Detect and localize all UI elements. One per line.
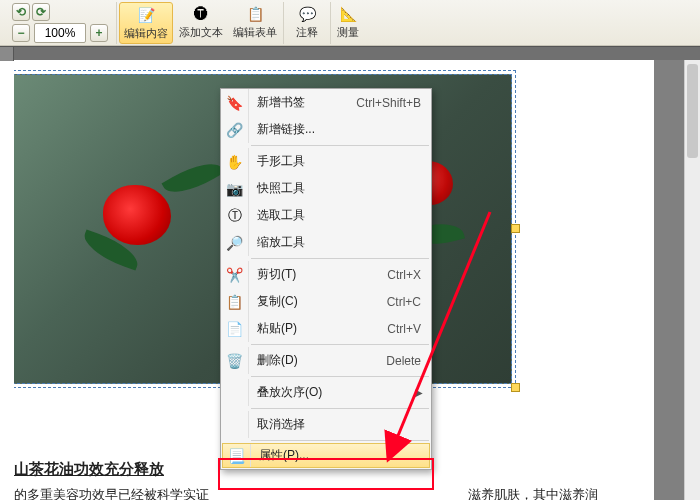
tab-end[interactable] (0, 47, 14, 61)
menu-item[interactable]: 🗑️删除(D)Delete (221, 347, 431, 374)
edit-content-icon: 📝 (136, 5, 156, 25)
resize-handle-se[interactable] (511, 383, 520, 392)
menu-item-label: 叠放次序(O) (249, 384, 415, 401)
next-page-button[interactable]: ⟳ (32, 3, 50, 21)
menu-item[interactable]: ✂️剪切(T)Ctrl+X (221, 261, 431, 288)
hand-icon: ✋ (221, 148, 249, 175)
menu-item[interactable]: 取消选择 (221, 411, 431, 438)
menu-item[interactable]: 🔎缩放工具 (221, 229, 431, 256)
vertical-scrollbar[interactable] (684, 60, 700, 500)
menu-separator (251, 344, 429, 345)
cut-icon: ✂️ (221, 261, 249, 288)
menu-item[interactable]: 📃属性(P)... (222, 443, 430, 468)
menu-item-label: 新增书签 (249, 94, 356, 111)
menu-item-label: 快照工具 (249, 180, 431, 197)
menu-item[interactable]: 🔖新增书签Ctrl+Shift+B (221, 89, 431, 116)
menu-separator (251, 440, 429, 441)
menu-item-label: 缩放工具 (249, 234, 431, 251)
menu-item[interactable]: 📄粘贴(P)Ctrl+V (221, 315, 431, 342)
menu-separator (251, 376, 429, 377)
props-icon: 📃 (223, 444, 251, 467)
flower-shape (103, 185, 171, 245)
doc-body-text: 的多重美容功效早已经被科学实证 (14, 486, 209, 500)
menu-item-label: 选取工具 (249, 207, 431, 224)
menu-separator (251, 258, 429, 259)
zoom-icon: 🔎 (221, 229, 249, 256)
camera-icon: 📷 (221, 175, 249, 202)
menu-shortcut: Ctrl+Shift+B (356, 96, 431, 110)
menu-shortcut: Ctrl+V (387, 322, 431, 336)
submenu-arrow-icon: ▶ (415, 387, 431, 398)
menu-shortcut: Ctrl+C (387, 295, 431, 309)
menu-item-label: 属性(P)... (251, 447, 429, 464)
blank-icon (221, 379, 249, 406)
link-icon: 🔗 (221, 116, 249, 143)
menu-item-label: 剪切(T) (249, 266, 387, 283)
menu-item-label: 新增链接... (249, 121, 431, 138)
menu-item-label: 复制(C) (249, 293, 387, 310)
menu-item[interactable]: 📷快照工具 (221, 175, 431, 202)
bookmark-icon: 🔖 (221, 89, 249, 116)
menu-item[interactable]: Ⓣ选取工具 (221, 202, 431, 229)
nav-zoom-group: ⟲ ⟳ − 100% + (4, 2, 117, 44)
menu-item[interactable]: ✋手形工具 (221, 148, 431, 175)
menu-shortcut: Delete (386, 354, 431, 368)
menu-item-label: 手形工具 (249, 153, 431, 170)
select-icon: Ⓣ (221, 202, 249, 229)
main-toolbar: ⟲ ⟳ − 100% + 📝 编辑内容 🅣 添加文本 📋 编辑表单 💬 注释 📐… (0, 0, 700, 46)
zoom-in-button[interactable]: + (90, 24, 108, 42)
scrollbar-thumb[interactable] (687, 64, 698, 158)
zoom-value[interactable]: 100% (34, 23, 86, 43)
blank-icon (221, 411, 249, 438)
edit-form-icon: 📋 (245, 4, 265, 24)
edit-form-button[interactable]: 📋 编辑表单 (229, 2, 281, 42)
menu-item-label: 粘贴(P) (249, 320, 387, 337)
menu-shortcut: Ctrl+X (387, 268, 431, 282)
paste-icon: 📄 (221, 315, 249, 342)
doc-heading: 山茶花油功效充分释放 (14, 460, 164, 479)
annotate-button[interactable]: 💬 注释 (292, 2, 322, 42)
prev-page-button[interactable]: ⟲ (12, 3, 30, 21)
menu-item[interactable]: 🔗新增链接... (221, 116, 431, 143)
add-text-button[interactable]: 🅣 添加文本 (175, 2, 227, 42)
add-text-icon: 🅣 (191, 4, 211, 24)
menu-item[interactable]: 📋复制(C)Ctrl+C (221, 288, 431, 315)
leaf-shape (162, 153, 225, 202)
measure-button[interactable]: 📐 测量 (333, 2, 363, 42)
copy-icon: 📋 (221, 288, 249, 315)
menu-separator (251, 408, 429, 409)
annotate-icon: 💬 (297, 4, 317, 24)
menu-item[interactable]: 叠放次序(O)▶ (221, 379, 431, 406)
menu-item-label: 删除(D) (249, 352, 386, 369)
zoom-out-button[interactable]: − (12, 24, 30, 42)
doc-body-text: 滋养肌肤，其中滋养润 (468, 486, 598, 500)
menu-separator (251, 145, 429, 146)
context-menu: 🔖新增书签Ctrl+Shift+B🔗新增链接...✋手形工具📷快照工具Ⓣ选取工具… (220, 88, 432, 470)
resize-handle-e[interactable] (511, 224, 520, 233)
tab-strip (0, 46, 700, 60)
delete-icon: 🗑️ (221, 347, 249, 374)
menu-item-label: 取消选择 (249, 416, 431, 433)
edit-content-button[interactable]: 📝 编辑内容 (119, 2, 173, 44)
measure-icon: 📐 (338, 4, 358, 24)
